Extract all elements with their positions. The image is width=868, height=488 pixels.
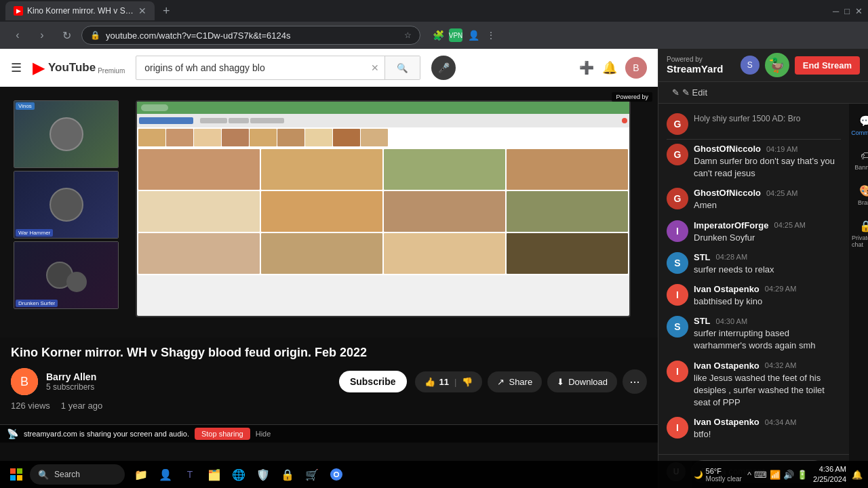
screen-nav-item-2: [229, 118, 249, 123]
taskbar-app-folder[interactable]: 🗂️: [203, 464, 225, 485]
chat-username-4: STL: [694, 252, 711, 262]
chat-username-3: ImperatorOfForge: [694, 220, 769, 230]
chat-text-6: surfer interrupting based warhammer's wo…: [694, 327, 841, 352]
edit-button[interactable]: ✎ ✎ Edit: [667, 85, 713, 100]
battery-icon[interactable]: 🔋: [797, 470, 808, 480]
download-button[interactable]: ⬇ Download: [547, 371, 617, 392]
streaming-text: streamyard.com is sharing your screen an…: [24, 430, 189, 438]
powered-by-badge: Powered by: [612, 92, 652, 102]
reload-button[interactable]: ↻: [57, 26, 76, 45]
back-button[interactable]: ‹: [8, 26, 27, 45]
taskbar: 🔍 Search 📁 👤 T 🗂️ 🌐 🛡️ 🔒 🛒 🌙 56°F Mostly…: [0, 461, 868, 488]
chat-time-4: 04:28 AM: [716, 253, 747, 261]
streamyard-duck-logo[interactable]: 🦆: [765, 53, 789, 77]
private-chat-tool[interactable]: 🔒 Private chat: [849, 214, 868, 253]
youtube-logo-icon: ▶: [33, 58, 45, 77]
taskbar-app-security[interactable]: 🔒: [277, 464, 298, 485]
extension-icon[interactable]: 🧩: [431, 28, 445, 42]
tab-close-button[interactable]: ✕: [138, 5, 146, 16]
stop-sharing-button[interactable]: Stop sharing: [195, 428, 250, 440]
private-chat-icon: 🔒: [859, 220, 868, 232]
chat-body-7: Ivan Ostapenko 04:32 AM like Jesus washe…: [694, 361, 841, 409]
share-button[interactable]: ↗ Share: [488, 371, 542, 392]
start-button[interactable]: [5, 464, 27, 485]
hamburger-menu-icon[interactable]: ☰: [11, 60, 22, 75]
end-stream-button[interactable]: End Stream: [795, 56, 860, 75]
chat-avatar-3: I: [667, 220, 688, 242]
chat-meta-7: Ivan Ostapenko 04:32 AM: [694, 361, 841, 371]
voice-search-button[interactable]: 🎤: [431, 56, 456, 80]
minimize-button[interactable]: ─: [833, 6, 839, 16]
more-options-button[interactable]: ···: [623, 369, 647, 394]
volume-icon[interactable]: 🔊: [783, 470, 794, 480]
hide-notice-button[interactable]: Hide: [256, 430, 271, 438]
video-player[interactable]: Vinos War Hammer Drunken Surfer: [0, 87, 658, 338]
thumbs-up-icon: 👍: [425, 377, 435, 387]
chat-text-0: Holy shiy surfer 1500 AD: Bro: [694, 113, 841, 125]
taskbar-search-bar[interactable]: 🔍 Search: [30, 464, 125, 485]
banners-tool[interactable]: 🏷 Banners: [852, 144, 868, 176]
weather-temp: 56°F: [706, 467, 742, 475]
youtube-area: ☰ ▶ YouTube Premium ✕ 🔍 🎤 ➕ 🔔 B: [0, 49, 658, 488]
account-avatar[interactable]: B: [625, 57, 647, 79]
close-browser-button[interactable]: ✕: [855, 6, 863, 16]
active-tab[interactable]: ▶ Kino Korner mirror. WH v Sh... ✕: [5, 1, 155, 20]
cam-badge-1: Vinos: [16, 102, 35, 110]
channel-avatar[interactable]: B: [11, 368, 38, 395]
chat-message-8: I Ivan Ostapenko 04:34 AM btfo!: [658, 413, 849, 445]
like-button[interactable]: 👍 11 | 👎: [415, 371, 483, 392]
taskbar-app-teams[interactable]: T: [179, 464, 201, 485]
taskbar-app-chrome[interactable]: [326, 464, 347, 485]
search-input[interactable]: [136, 62, 366, 73]
chat-body-1: GhostOfNiccolo 04:19 AM Damn surfer bro …: [694, 144, 841, 180]
notifications-icon[interactable]: 🔔: [602, 60, 617, 75]
keyboard-icon[interactable]: ⌨: [754, 470, 767, 480]
taskbar-app-person[interactable]: 👤: [155, 464, 176, 485]
thumb-2: [166, 129, 193, 146]
maximize-button[interactable]: □: [844, 6, 850, 16]
search-bar[interactable]: ✕ 🔍: [136, 56, 420, 80]
food-9: [138, 233, 260, 274]
lock-icon: 🔒: [90, 30, 100, 40]
chat-body-3: ImperatorOfForge 04:25 AM Drunken Soyfur: [694, 220, 841, 244]
brand-label: Brand: [858, 199, 868, 206]
svg-rect-3: [17, 468, 22, 474]
share-label: Share: [509, 377, 532, 387]
forward-button[interactable]: ›: [33, 26, 52, 45]
taskbar-app-browser[interactable]: 🌐: [228, 464, 250, 485]
channel-name[interactable]: Barry Allen: [46, 371, 331, 382]
notification-icon[interactable]: 🔔: [852, 470, 863, 480]
address-bar[interactable]: 🔒 youtube.com/watch?v=C1Dw-ud7S7k&t=6124…: [81, 26, 420, 45]
vpn-icon[interactable]: VPN: [449, 28, 462, 42]
chat-avatar-1: G: [667, 144, 688, 165]
food-8: [507, 191, 628, 232]
search-clear-icon[interactable]: ✕: [366, 62, 384, 73]
taskbar-app-shield[interactable]: 🛡️: [252, 464, 274, 485]
bookmark-icon[interactable]: ☆: [404, 30, 412, 40]
subscribe-button[interactable]: Subscribe: [339, 371, 407, 392]
search-submit-button[interactable]: 🔍: [384, 56, 420, 80]
svg-text:B: B: [20, 375, 28, 388]
main-content: ☰ ▶ YouTube Premium ✕ 🔍 🎤 ➕ 🔔 B: [0, 49, 868, 488]
view-count: 126 views: [11, 401, 50, 411]
menu-icon[interactable]: ⋮: [484, 28, 498, 42]
taskbar-app-store[interactable]: 🛒: [301, 464, 323, 485]
weather-widget: 🌙 56°F Mostly clear: [694, 467, 742, 483]
brand-tool[interactable]: 🎨 Brand: [855, 179, 868, 211]
taskbar-app-explorer[interactable]: 📁: [130, 464, 152, 485]
wifi-icon[interactable]: 📶: [770, 470, 781, 480]
chat-username-1: GhostOfNiccolo: [694, 144, 761, 154]
comments-label: Comments: [851, 129, 868, 136]
food-10: [261, 233, 382, 274]
system-clock[interactable]: 4:36 AM 2/25/2024: [813, 464, 846, 485]
tray-expand-icon[interactable]: ^: [747, 470, 751, 480]
comments-tool[interactable]: 💬 Comments: [848, 109, 868, 142]
profile-icon[interactable]: 👤: [467, 28, 480, 42]
chat-text-1: Damn surfer bro don't say that's you can…: [694, 155, 841, 180]
new-tab-button[interactable]: +: [157, 4, 176, 18]
youtube-logo[interactable]: ▶ YouTube Premium: [33, 58, 125, 77]
create-icon[interactable]: ➕: [579, 60, 594, 75]
svg-rect-5: [17, 475, 22, 481]
food-11: [384, 233, 505, 274]
browser-chrome: ▶ Kino Korner mirror. WH v Sh... ✕ + ─ □…: [0, 0, 868, 49]
